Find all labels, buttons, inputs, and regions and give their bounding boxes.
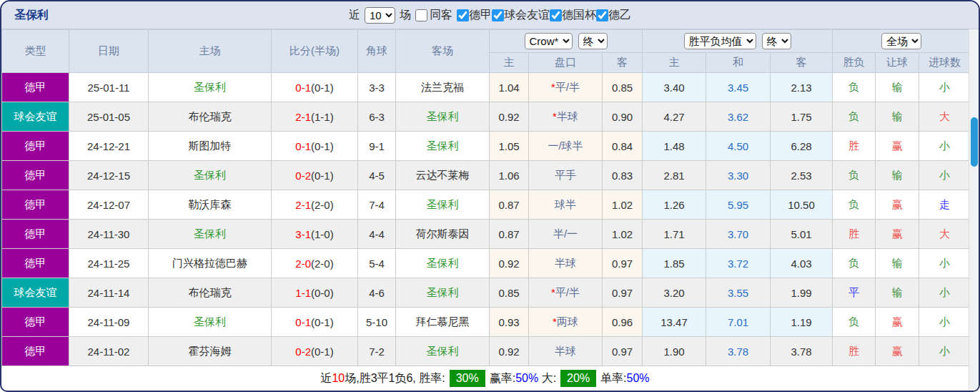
corner-cell: 4-4 xyxy=(358,220,396,249)
home-team-cell[interactable]: 布伦瑞克 xyxy=(149,278,272,308)
handicap-cell: 球半 xyxy=(529,190,603,220)
date-cell: 25-01-05 xyxy=(69,102,149,132)
avg-period-select[interactable]: 终 xyxy=(762,33,791,49)
avg-home-cell: 1.85 xyxy=(643,249,706,278)
away-team-cell[interactable]: 圣保利 xyxy=(396,337,490,366)
winlose-result-cell: 胜 xyxy=(833,337,876,366)
live-star-icon: * xyxy=(553,110,557,122)
avg-home-cell: 4.27 xyxy=(643,102,706,132)
home-team-cell[interactable]: 布伦瑞克 xyxy=(149,102,272,132)
same-opponent-filter[interactable]: 同客 xyxy=(415,8,452,23)
summary-part: 50% xyxy=(627,372,650,385)
bookmaker-select[interactable]: Crow* xyxy=(525,33,573,49)
home-team-cell[interactable]: 勒沃库森 xyxy=(149,190,272,220)
live-star-icon: * xyxy=(551,286,555,298)
recent-label: 近 xyxy=(349,8,360,23)
odds-period-select[interactable]: 终 xyxy=(578,33,608,49)
away-odds-cell: 1.02 xyxy=(603,220,643,249)
home-team-cell[interactable]: 圣保利 xyxy=(149,161,272,190)
home-team-cell[interactable]: 圣保利 xyxy=(149,308,272,337)
goals-result-cell: 小 xyxy=(919,337,971,366)
league-type-cell: 德甲 xyxy=(2,190,69,220)
league-checkbox[interactable] xyxy=(596,9,608,21)
corner-cell: 5-10 xyxy=(358,308,396,337)
scrollbar-thumb[interactable] xyxy=(971,117,978,167)
full-score: 2-1 xyxy=(295,111,311,123)
full-score: 2-0 xyxy=(295,258,311,270)
handicap-cell: *平/半 xyxy=(529,73,603,102)
scrollbar-track[interactable] xyxy=(969,29,979,391)
league-filter[interactable]: 德国杯 xyxy=(550,8,596,23)
home-team-cell[interactable]: 圣保利 xyxy=(149,220,272,249)
summary-part: 单率: xyxy=(600,371,626,386)
league-filters: 德甲球会友谊德国杯德乙 xyxy=(457,8,631,23)
league-checkbox[interactable] xyxy=(550,9,562,21)
handicap-cell: 半/一 xyxy=(529,220,603,249)
home-odds-cell: 0.92 xyxy=(490,337,529,366)
matches-table: 类型 日期 主场 比分(半场) 角球 客场 Crow* 终 xyxy=(1,29,971,366)
avg-away-cell: 5.01 xyxy=(771,220,833,249)
away-team-cell[interactable]: 圣保利 xyxy=(396,249,490,278)
result-scope-select[interactable]: 全场 xyxy=(881,33,921,49)
full-score: 0-2 xyxy=(295,346,311,358)
league-label: 德甲 xyxy=(469,8,492,23)
avg-type-select[interactable]: 胜平负均值 xyxy=(684,33,756,49)
score-cell: 2-0(2-0) xyxy=(272,249,358,278)
home-team-cell[interactable]: 霍芬海姆 xyxy=(149,337,272,366)
corner-cell: 4-6 xyxy=(358,278,396,308)
avg-draw-cell: 4.50 xyxy=(706,132,771,161)
half-score: (0-1) xyxy=(311,346,334,358)
league-filter[interactable]: 德乙 xyxy=(596,8,631,23)
corner-cell: 6-3 xyxy=(358,102,396,132)
home-odds-cell: 0.92 xyxy=(490,102,529,132)
summary-part: 大: xyxy=(538,371,556,386)
date-cell: 24-11-02 xyxy=(69,337,149,366)
same-opponent-checkbox[interactable] xyxy=(415,9,427,21)
league-type-cell: 球会友谊 xyxy=(2,102,69,132)
home-odds-cell: 0.92 xyxy=(490,249,529,278)
home-team-cell[interactable]: 门兴格拉德巴赫 xyxy=(149,249,272,278)
avg-away-cell: 4.03 xyxy=(771,249,833,278)
full-score: 0-2 xyxy=(295,170,311,182)
away-team-cell[interactable]: 圣保利 xyxy=(396,278,490,308)
avg-home-cell: 3.20 xyxy=(643,278,706,308)
home-team-cell[interactable]: 斯图加特 xyxy=(149,132,272,161)
league-label: 德乙 xyxy=(608,8,631,23)
table-header: 类型 日期 主场 比分(半场) 角球 客场 Crow* 终 xyxy=(2,30,971,73)
home-team-cell[interactable]: 圣保利 xyxy=(149,73,272,102)
away-team-cell[interactable]: 法兰克福 xyxy=(396,73,490,102)
avg-away-cell: 1.99 xyxy=(771,278,833,308)
summary-part: 20% xyxy=(560,370,596,387)
subcol-avg-away: 客 xyxy=(771,53,833,73)
league-checkbox[interactable] xyxy=(457,9,469,21)
league-checkbox[interactable] xyxy=(492,9,504,21)
col-header-home: 主场 xyxy=(149,30,272,73)
winlose-result-cell: 负 xyxy=(833,308,876,337)
corner-cell: 4-5 xyxy=(358,161,396,190)
score-cell: 0-1(0-1) xyxy=(272,73,358,102)
date-cell: 24-12-07 xyxy=(69,190,149,220)
table-row: 球会友谊24-11-14布伦瑞克1-1(0-0)4-6圣保利0.85*平/半0.… xyxy=(2,278,971,308)
goals-result-cell: 小 xyxy=(919,278,971,308)
live-star-icon: * xyxy=(551,81,555,93)
away-team-cell[interactable]: 拜仁慕尼黑 xyxy=(396,308,490,337)
away-team-cell[interactable]: 圣保利 xyxy=(396,102,490,132)
avg-home-cell: 2.81 xyxy=(643,161,706,190)
score-cell: 2-1(1-1) xyxy=(272,102,358,132)
handicap-result-cell: 赢 xyxy=(876,190,919,220)
winlose-result-cell: 胜 xyxy=(833,132,876,161)
away-team-cell[interactable]: 荷尔斯泰因 xyxy=(396,220,490,249)
avg-draw-cell: 3.62 xyxy=(706,102,771,132)
league-filter[interactable]: 球会友谊 xyxy=(492,8,550,23)
score-cell: 0-2(0-1) xyxy=(272,161,358,190)
away-team-cell[interactable]: 圣保利 xyxy=(396,132,490,161)
league-filter[interactable]: 德甲 xyxy=(457,8,492,23)
away-team-cell[interactable]: 圣保利 xyxy=(396,190,490,220)
score-cell: 2-1(2-0) xyxy=(272,190,358,220)
goals-result-cell: 小 xyxy=(919,308,971,337)
table-row: 德甲24-11-09圣保利0-1(0-1)5-10拜仁慕尼黑0.93*两球0.9… xyxy=(2,308,971,337)
half-score: (0-1) xyxy=(311,170,334,182)
away-team-cell[interactable]: 云达不莱梅 xyxy=(396,161,490,190)
score-cell: 0-1(0-1) xyxy=(272,308,358,337)
recent-count-select[interactable]: 10 xyxy=(365,7,395,24)
